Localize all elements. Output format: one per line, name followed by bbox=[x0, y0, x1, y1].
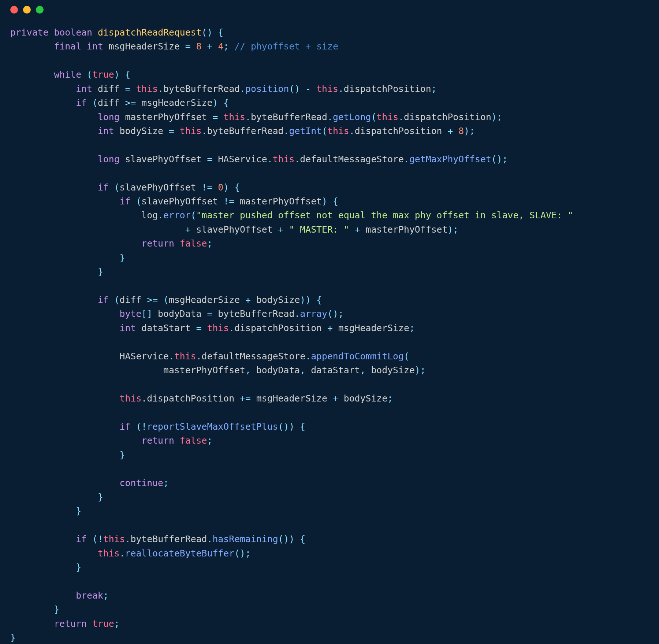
num-8: 8 bbox=[196, 41, 202, 52]
minimize-icon[interactable] bbox=[23, 6, 31, 14]
keyword-final: final bbox=[54, 41, 81, 52]
maximize-icon[interactable] bbox=[36, 6, 44, 14]
keyword-while: while bbox=[54, 69, 81, 80]
string-err1: "master pushed offset not equal the max … bbox=[196, 210, 573, 221]
string-err2: " MASTER: " bbox=[289, 224, 349, 235]
keyword-true: true bbox=[92, 69, 114, 80]
comment: // phyoffset + size bbox=[234, 41, 338, 52]
window-titlebar bbox=[0, 0, 659, 19]
close-icon[interactable] bbox=[10, 6, 18, 14]
num-4: 4 bbox=[218, 41, 223, 52]
method-name: dispatchReadRequest bbox=[98, 27, 202, 38]
keyword-private: private bbox=[10, 27, 49, 38]
code-window: private boolean dispatchReadRequest() { … bbox=[0, 0, 659, 644]
type-int: int bbox=[87, 41, 103, 52]
code-block: private boolean dispatchReadRequest() { … bbox=[0, 19, 659, 644]
type-boolean: boolean bbox=[54, 27, 92, 38]
var-msgHeaderSize: msgHeaderSize bbox=[109, 41, 180, 52]
